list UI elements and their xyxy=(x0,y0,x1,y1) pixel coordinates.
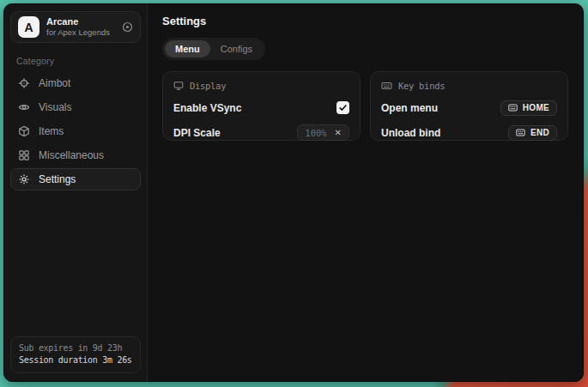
discord-icon[interactable] xyxy=(122,21,133,33)
keybinds-card-title: Key binds xyxy=(398,81,445,91)
sidebar-item-label: Settings xyxy=(39,173,76,185)
dpi-label: DPI Scale xyxy=(173,127,221,139)
sidebar-item-label: Aimbot xyxy=(39,77,70,89)
dpi-scale-input[interactable]: 100% ✕ xyxy=(297,124,349,141)
session-duration-text: Session duration 3m 26s xyxy=(19,354,132,366)
page-title: Settings xyxy=(162,15,568,27)
sidebar-item-aimbot[interactable]: Aimbot xyxy=(10,72,141,94)
app-window: A Arcane for Apex Legends Category xyxy=(3,3,584,382)
package-icon xyxy=(18,125,30,137)
display-card-title: Display xyxy=(190,81,226,91)
keyboard-icon xyxy=(516,129,525,136)
unload-bind-label: Unload bind xyxy=(381,127,440,139)
tab-configs[interactable]: Configs xyxy=(210,40,263,57)
app-logo: A xyxy=(18,16,39,38)
sidebar-item-settings[interactable]: Settings xyxy=(10,168,141,190)
tab-bar: Menu Configs xyxy=(162,38,265,60)
gear-icon xyxy=(18,173,30,185)
monitor-icon xyxy=(173,81,184,91)
crosshair-icon xyxy=(18,77,30,89)
grid-icon xyxy=(18,149,30,161)
keyboard-icon xyxy=(508,104,518,112)
open-menu-keybind[interactable]: HOME xyxy=(500,100,557,116)
sidebar-item-label: Visuals xyxy=(39,101,71,113)
category-label: Category xyxy=(16,56,135,66)
settings-cards: Display Enable VSync DPI Scale 100% ✕ xyxy=(162,71,568,141)
sidebar-item-visuals[interactable]: Visuals xyxy=(10,96,141,118)
unload-keybind[interactable]: END xyxy=(508,125,557,141)
app-subtitle: for Apex Legends xyxy=(46,27,110,38)
keybinds-card: Key binds Open menu HOME xyxy=(370,71,568,141)
clear-icon[interactable]: ✕ xyxy=(335,129,342,137)
app-title-block: Arcane for Apex Legends xyxy=(46,16,110,38)
open-menu-label: Open menu xyxy=(381,102,438,114)
vsync-checkbox[interactable] xyxy=(336,101,349,114)
app-header-card: A Arcane for Apex Legends xyxy=(10,11,141,43)
display-card: Display Enable VSync DPI Scale 100% ✕ xyxy=(162,71,361,141)
open-menu-key: HOME xyxy=(523,103,549,112)
sub-expires-text: Sub expires in 9d 23h xyxy=(19,342,132,354)
keyboard-icon xyxy=(381,81,392,91)
dpi-value: 100% xyxy=(305,128,326,138)
app-name: Arcane xyxy=(46,16,110,27)
display-card-header: Display xyxy=(173,81,349,91)
unload-bind-row: Unload bind END xyxy=(381,124,557,141)
tab-menu[interactable]: Menu xyxy=(165,40,210,57)
eye-icon xyxy=(18,101,30,113)
dpi-row: DPI Scale 100% ✕ xyxy=(173,124,349,141)
check-icon xyxy=(338,103,348,112)
vsync-label: Enable VSync xyxy=(173,102,241,114)
sidebar-item-miscellaneous[interactable]: Miscellaneous xyxy=(10,144,141,166)
main-content: Settings Menu Configs Display xyxy=(148,4,583,381)
unload-key: END xyxy=(530,128,549,137)
subscription-info-card: Sub expires in 9d 23h Session duration 3… xyxy=(10,336,141,373)
sidebar: A Arcane for Apex Legends Category xyxy=(4,4,148,381)
sidebar-item-label: Miscellaneous xyxy=(39,149,104,161)
sidebar-item-items[interactable]: Items xyxy=(10,120,141,142)
open-menu-row: Open menu HOME xyxy=(381,100,557,116)
vsync-row: Enable VSync xyxy=(173,100,349,116)
sidebar-item-label: Items xyxy=(39,125,64,137)
keybinds-card-header: Key binds xyxy=(381,81,557,91)
